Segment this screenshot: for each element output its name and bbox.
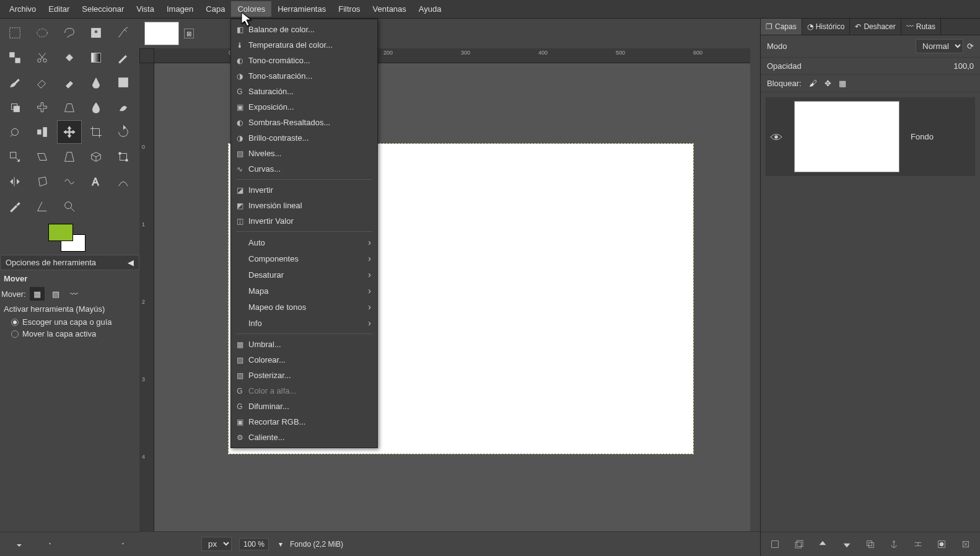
tool-blur[interactable] <box>84 95 108 119</box>
ruler-corner[interactable] <box>139 48 154 63</box>
tab-rutas[interactable]: 〰 Rutas <box>901 19 941 35</box>
mi-exposicion[interactable]: ▣Exposición... <box>231 99 377 115</box>
restore-options-icon[interactable] <box>46 537 59 551</box>
delete-options-icon[interactable] <box>80 537 94 551</box>
image-tab-close[interactable]: ⊠ <box>184 29 194 38</box>
mi-recortar-rgb[interactable]: ▣Recortar RGB... <box>231 414 377 430</box>
mi-tono-cromatico[interactable]: ◐Tono-cromático... <box>231 53 377 68</box>
mi-desaturar[interactable]: Desaturar› <box>231 267 377 283</box>
tool-fuzzy-select[interactable] <box>111 21 136 45</box>
menu-filtros[interactable]: Filtros <box>332 1 366 17</box>
mi-saturacion[interactable]: GSaturación... <box>231 84 377 99</box>
mi-colorear[interactable]: ▨Colorear... <box>231 352 377 368</box>
save-options-icon[interactable] <box>12 537 26 551</box>
tool-lasso[interactable] <box>57 21 82 45</box>
tab-historico[interactable]: ◔ Histórico <box>802 19 851 35</box>
tool-heal[interactable] <box>30 95 55 119</box>
new-group-icon[interactable] <box>792 537 806 551</box>
mi-curvas[interactable]: ∿Curvas... <box>231 161 377 177</box>
layer-row[interactable]: Fondo <box>766 97 975 176</box>
tool-foreground-select[interactable] <box>84 21 108 45</box>
zoom-level[interactable]: 100 % <box>239 538 269 550</box>
menu-imagen[interactable]: Imagen <box>160 1 199 17</box>
mi-componentes[interactable]: Componentes› <box>231 250 377 267</box>
tool-pencil[interactable] <box>111 46 136 69</box>
visibility-icon[interactable] <box>769 130 783 144</box>
tool-clone[interactable] <box>2 95 27 119</box>
mi-balance-color[interactable]: ◧Balance de color... <box>231 22 377 37</box>
opacity-value[interactable]: 100,0 <box>953 61 974 71</box>
menu-editar[interactable]: Editar <box>42 1 76 17</box>
mask-layer-icon[interactable] <box>935 537 948 551</box>
tool-flip[interactable] <box>2 170 27 193</box>
tool-handle[interactable] <box>111 145 136 169</box>
tool-smudge[interactable] <box>111 95 136 119</box>
menu-herramientas[interactable]: Herramientas <box>271 1 332 17</box>
tool-align[interactable] <box>30 120 55 144</box>
mi-caliente[interactable]: ⚙Caliente... <box>231 430 377 445</box>
switch-icon[interactable]: ⟳ <box>967 42 974 51</box>
mi-posterizar[interactable]: ▧Posterizar... <box>231 368 377 383</box>
tool-rect-select[interactable] <box>2 21 27 45</box>
tool-by-color[interactable] <box>2 46 27 69</box>
tool-scale[interactable] <box>2 145 27 169</box>
new-layer-icon[interactable] <box>768 537 782 551</box>
mi-invertir-valor[interactable]: ◫Invertir Valor <box>231 213 377 229</box>
menu-vista[interactable]: Vista <box>130 1 160 17</box>
lock-paint-icon[interactable]: 🖌 <box>809 79 817 88</box>
menu-capa[interactable]: Capa <box>199 1 231 17</box>
menu-archivo[interactable]: Archivo <box>3 1 42 17</box>
menu-ventanas[interactable]: Ventanas <box>367 1 413 17</box>
tool-ink[interactable] <box>84 71 108 94</box>
detach-icon[interactable]: ◀ <box>128 258 134 267</box>
mi-inversion-lineal[interactable]: ◩Inversión lineal <box>231 198 377 213</box>
merge-layer-icon[interactable] <box>911 537 925 551</box>
delete-layer-icon[interactable] <box>959 537 973 551</box>
duplicate-layer-icon[interactable] <box>864 537 877 551</box>
tool-perspective-clone[interactable] <box>57 95 82 119</box>
lock-move-icon[interactable]: ✥ <box>825 79 831 88</box>
tool-mypaint[interactable] <box>111 71 136 94</box>
foreground-color[interactable] <box>48 224 73 241</box>
tool-3dtransform[interactable] <box>84 145 108 169</box>
tool-path[interactable] <box>111 170 136 193</box>
lock-alpha-icon[interactable]: ▦ <box>839 79 846 88</box>
lower-layer-icon[interactable] <box>840 537 854 551</box>
mi-info[interactable]: Info› <box>231 315 377 331</box>
mi-sombras[interactable]: ◐Sombras-Resaltados... <box>231 115 377 130</box>
tool-brush[interactable] <box>2 71 27 94</box>
tool-cage[interactable] <box>30 170 55 193</box>
tool-shear[interactable] <box>30 145 55 169</box>
mi-niveles[interactable]: ▤Niveles... <box>231 146 377 161</box>
tool-gradient[interactable] <box>84 46 108 69</box>
tool-ellipse-select[interactable] <box>30 21 55 45</box>
tab-deshacer[interactable]: ↶ Deshacer <box>850 19 901 35</box>
mi-brillo-contraste[interactable]: ◑Brillo-contraste... <box>231 130 377 146</box>
move-mode-selection-icon[interactable]: ▧ <box>48 287 63 301</box>
tool-zoom[interactable] <box>57 195 82 218</box>
image-tab-thumb[interactable] <box>144 22 179 45</box>
unit-select[interactable]: px <box>201 537 232 551</box>
color-swatch[interactable] <box>0 221 139 255</box>
mi-tono-saturacion[interactable]: ◑Tono-saturación... <box>231 68 377 84</box>
move-mode-layer-icon[interactable]: ▦ <box>30 287 45 301</box>
tool-measure[interactable] <box>30 195 55 218</box>
menu-seleccionar[interactable]: Seleccionar <box>76 1 130 17</box>
tool-move[interactable] <box>57 120 82 144</box>
mi-temperatura[interactable]: 🌡Temperatura del color... <box>231 37 377 53</box>
radio-pick-layer[interactable] <box>11 319 19 326</box>
ruler-vertical[interactable]: 0 1 2 3 4 <box>139 63 154 531</box>
mi-mapeo-tonos[interactable]: Mapeo de tonos› <box>231 299 377 315</box>
layer-name[interactable]: Fondo <box>911 132 934 141</box>
raise-layer-icon[interactable] <box>816 537 829 551</box>
tool-perspective[interactable] <box>57 145 82 169</box>
mode-select[interactable]: Normal <box>916 39 963 53</box>
tool-warp[interactable] <box>57 170 82 193</box>
tool-dodge[interactable] <box>2 120 27 144</box>
menu-colores[interactable]: Colores <box>231 1 271 17</box>
tool-text[interactable]: A <box>84 170 108 193</box>
reset-options-icon[interactable] <box>113 537 127 551</box>
tool-picker[interactable] <box>2 195 27 218</box>
menu-ayuda[interactable]: Ayuda <box>413 1 448 17</box>
move-mode-path-icon[interactable]: 〰 <box>67 287 82 301</box>
